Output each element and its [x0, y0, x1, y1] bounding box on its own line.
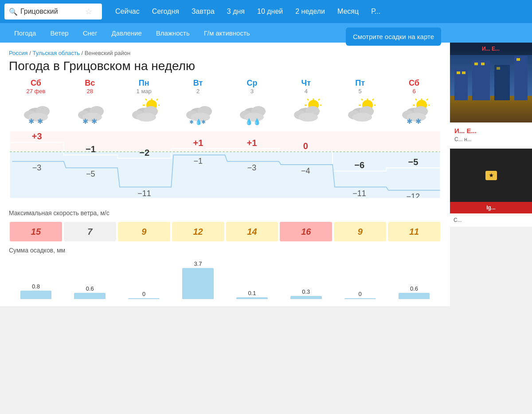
- precip-bar-4: [236, 297, 268, 299]
- search-box[interactable]: 🔍 ☆: [4, 4, 102, 20]
- main-content: Смотрите осадки на карте Россия / Тульск…: [0, 43, 532, 306]
- precip-value-6: 0: [359, 291, 362, 297]
- day-date-3: 2: [172, 88, 224, 95]
- svg-line-56: [361, 99, 363, 100]
- precip-bar-5: [290, 296, 322, 299]
- svg-text:✱: ✱: [201, 119, 206, 125]
- icon-col-0: ✱ ✱: [9, 97, 63, 128]
- search-input[interactable]: [20, 8, 82, 16]
- icon-col-3: ✱ 💧 ✱: [171, 97, 225, 128]
- precip-bar-1: [74, 293, 106, 299]
- day-col-0: Сб 27 фев: [9, 79, 63, 95]
- sub-navigation: Погода Ветер Снег Давление Влажность Г/м…: [0, 23, 532, 43]
- tab-month[interactable]: Месяц: [331, 4, 365, 19]
- icon-col-7: ✱ ✱: [387, 97, 441, 128]
- day-col-1: Вс 28: [63, 79, 117, 95]
- svg-rect-108: [497, 67, 500, 70]
- tab-segodnya[interactable]: Сегодня: [146, 4, 185, 19]
- svg-text:−6: −6: [354, 160, 364, 170]
- subtab-pogoda[interactable]: Погода: [7, 26, 43, 40]
- svg-point-50: [298, 113, 318, 122]
- day-col-2: Пн 1 мар: [117, 79, 171, 95]
- sidebar-ad-image[interactable]: И... Е...: [450, 43, 532, 122]
- weather-grid: Сб 27 фев Вс 28 Пн 1 мар Вт 2 Ср 3 Чт 4 …: [9, 79, 441, 299]
- svg-point-24: [137, 113, 156, 122]
- day-name-4: Ср: [226, 79, 278, 88]
- breadcrumb-russia[interactable]: Россия: [9, 50, 28, 56]
- subtab-veter[interactable]: Ветер: [43, 26, 75, 40]
- tab-2weeks[interactable]: 2 недели: [289, 4, 331, 19]
- svg-rect-107: [481, 63, 485, 65]
- svg-line-69: [415, 99, 417, 100]
- icon-col-1: ✱ ✱: [63, 97, 117, 128]
- icon-col-2: [117, 97, 171, 128]
- subtab-sneg[interactable]: Снег: [76, 26, 105, 40]
- sidebar-text-ad: И... Е... С... н...: [450, 122, 532, 147]
- precip-item-3: 3.7: [171, 259, 225, 299]
- sidebar-promo[interactable]: Ig...: [450, 202, 532, 213]
- svg-line-70: [426, 99, 428, 100]
- tab-more[interactable]: Р...: [365, 4, 387, 19]
- svg-text:−3: −3: [247, 163, 257, 172]
- svg-rect-105: [462, 71, 466, 74]
- svg-text:✱: ✱: [91, 118, 97, 125]
- svg-text:−5: −5: [86, 170, 95, 178]
- svg-line-43: [307, 99, 309, 100]
- svg-text:✱: ✱: [37, 118, 43, 125]
- day-name-3: Вт: [172, 79, 224, 88]
- day-date-2: 1 мар: [118, 88, 170, 95]
- precip-bar-0: [20, 291, 52, 299]
- temp-chart: +3−1−2+1+10−6−5−3−5−11−1−3−4−11−12: [9, 131, 441, 202]
- header-area: Смотрите осадки на карте Россия / Тульск…: [9, 50, 441, 73]
- svg-line-57: [372, 99, 374, 100]
- page-title: Погода в Грицовском на неделю: [9, 59, 441, 73]
- ad-image-svg: И... Е...: [450, 43, 532, 122]
- svg-text:+3: +3: [32, 131, 42, 141]
- precip-section-label: Сумма осадков, мм: [9, 241, 441, 257]
- tab-10days[interactable]: 10 дней: [251, 4, 289, 19]
- svg-text:−12: −12: [407, 192, 420, 198]
- rain-map-button[interactable]: Смотрите осадки на карте: [346, 28, 441, 46]
- svg-text:−11: −11: [137, 189, 151, 198]
- wind-section-label: Максимальная скорость ветра, м/с: [9, 204, 441, 220]
- svg-text:✱: ✱: [82, 118, 88, 125]
- day-col-5: Чт 4: [279, 79, 333, 95]
- wind-item-6: 9: [334, 222, 386, 241]
- precip-item-0: 0.8: [9, 259, 63, 299]
- day-col-4: Ср 3: [225, 79, 279, 95]
- sidebar-extra: С...: [450, 213, 532, 227]
- svg-text:💧: 💧: [253, 118, 261, 126]
- subtab-vlazhnost[interactable]: Влажность: [149, 26, 197, 40]
- svg-rect-102: [494, 65, 510, 100]
- breadcrumb-region[interactable]: Тульская область: [33, 50, 80, 56]
- day-name-6: Пт: [334, 79, 386, 88]
- breadcrumb: Россия / Тульская область / Веневский ра…: [9, 50, 441, 56]
- subtab-davlenie[interactable]: Давление: [105, 26, 149, 40]
- sidebar-dark-ad[interactable]: ★: [450, 149, 532, 202]
- tab-zavtra[interactable]: Завтра: [185, 4, 221, 19]
- day-name-1: Вс: [64, 79, 116, 88]
- day-date-5: 4: [280, 88, 332, 95]
- tab-seychas[interactable]: Сейчас: [109, 4, 146, 19]
- precip-value-4: 0.1: [248, 290, 256, 296]
- precip-item-4: 0.1: [225, 259, 279, 299]
- breadcrumb-district: Веневский район: [85, 50, 131, 56]
- day-date-1: 28: [64, 88, 116, 95]
- svg-text:✱: ✱: [28, 118, 34, 125]
- svg-text:−5: −5: [408, 157, 418, 167]
- favorite-icon[interactable]: ☆: [85, 7, 92, 16]
- nav-tabs: Сейчас Сегодня Завтра 3 дня 10 дней 2 не…: [109, 4, 387, 19]
- subtab-gm[interactable]: Г/м активность: [197, 26, 257, 40]
- day-date-7: 6: [388, 88, 440, 95]
- weather-icons-row: ✱ ✱ ✱ ✱ ✱ 💧 ✱ 💧 💧: [9, 97, 441, 128]
- svg-rect-80: [10, 152, 440, 198]
- precip-bar-2: [128, 298, 160, 299]
- tab-3days[interactable]: 3 дня: [221, 4, 251, 19]
- wind-row: 1579121416911: [9, 222, 441, 241]
- precip-value-1: 0.6: [86, 285, 94, 292]
- ad-badge: ★: [485, 171, 497, 180]
- icon-col-4: 💧 💧: [225, 97, 279, 128]
- wind-item-5: 16: [280, 222, 332, 241]
- precip-bar-7: [399, 293, 430, 299]
- svg-rect-101: [472, 60, 490, 100]
